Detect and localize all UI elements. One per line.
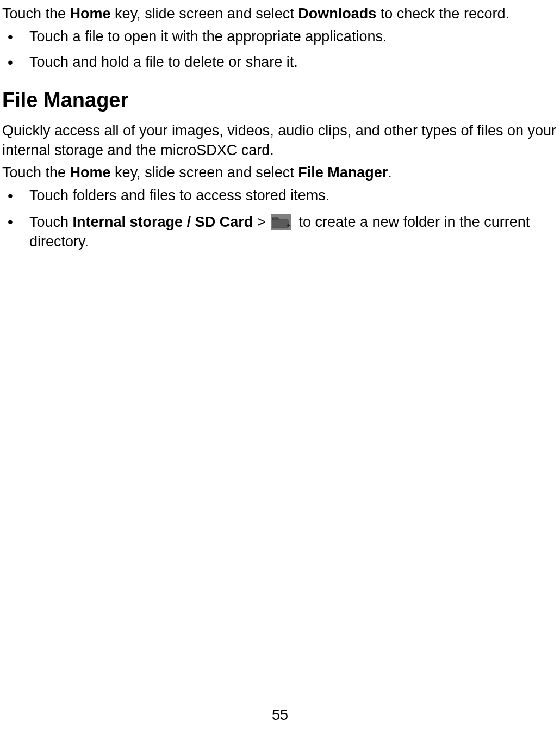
text: key, slide screen and select	[111, 5, 298, 22]
bold-storage: Internal storage / SD Card	[73, 214, 253, 230]
section-step: Touch the Home key, slide screen and sel…	[2, 163, 558, 183]
list-item: Touch folders and files to access stored…	[2, 186, 558, 206]
section-list: Touch folders and files to access stored…	[2, 186, 558, 252]
bold-file-manager: File Manager	[298, 164, 388, 181]
list-item: Touch and hold a file to delete or share…	[2, 53, 558, 72]
list-item: Touch a file to open it with the appropr…	[2, 27, 558, 47]
list-item: Touch Internal storage / SD Card > to cr…	[2, 212, 558, 252]
text: Touch	[29, 214, 73, 230]
section-description: Quickly access all of your images, video…	[2, 121, 558, 160]
bold-home: Home	[70, 164, 111, 181]
page-number: 55	[0, 706, 560, 725]
text: .	[388, 164, 392, 181]
text: to check the record.	[376, 5, 509, 22]
text: Touch the	[2, 164, 70, 181]
intro-paragraph: Touch the Home key, slide screen and sel…	[2, 4, 558, 24]
bold-home: Home	[70, 5, 111, 22]
section-heading: File Manager	[2, 87, 558, 114]
text: key, slide screen and select	[111, 164, 298, 181]
text: Touch the	[2, 5, 70, 22]
text: >	[253, 214, 270, 230]
bold-downloads: Downloads	[298, 5, 376, 22]
new-folder-icon	[271, 214, 291, 230]
intro-list: Touch a file to open it with the appropr…	[2, 27, 558, 72]
